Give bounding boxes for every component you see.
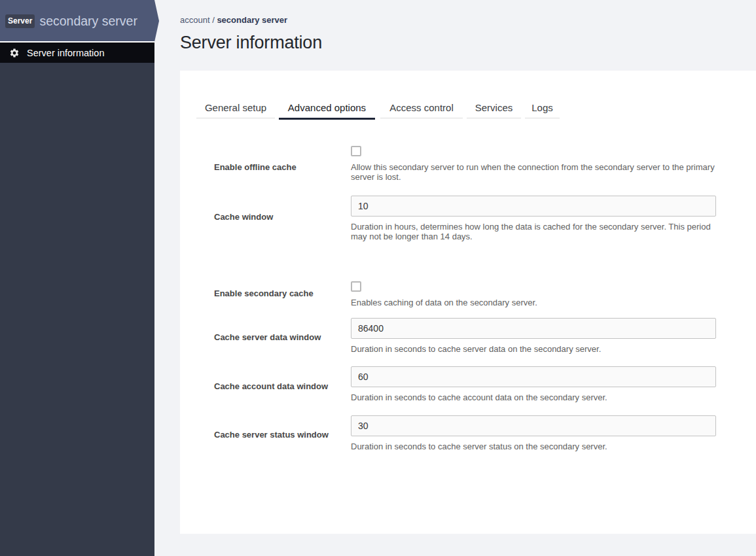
field-help-text: Duration in seconds to cache server stat… <box>351 442 716 451</box>
tab-access-control[interactable]: Access control <box>380 97 463 118</box>
form-row-enable-offline-cache: Enable offline cache Allow this secondar… <box>214 146 716 182</box>
sidebar-item-server-information[interactable]: Server information <box>0 43 154 63</box>
field-label: Cache account data window <box>214 381 328 391</box>
field-help-text: Allow this secondary server to run when … <box>351 162 716 182</box>
form-row-cache-account-data-window: Cache account data window Duration in se… <box>214 366 716 402</box>
gear-icon <box>9 48 20 58</box>
field-label: Cache server status window <box>214 430 329 440</box>
field-help-text: Duration in seconds to cache server data… <box>351 344 716 354</box>
breadcrumb-current: secondary server <box>217 15 287 25</box>
field-label: Cache window <box>214 212 273 222</box>
field-help-text: Enables caching of data on the secondary… <box>351 298 716 307</box>
server-name: secondary server <box>39 14 137 29</box>
tab-label: Logs <box>531 102 553 113</box>
checkbox-enable-secondary-cache[interactable] <box>351 281 361 292</box>
form-row-cache-server-data-window: Cache server data window Duration in sec… <box>214 318 716 354</box>
tab-label: General setup <box>205 102 266 113</box>
form-row-cache-server-status-window: Cache server status window Duration in s… <box>214 415 716 451</box>
input-cache-server-status-window[interactable] <box>351 415 716 436</box>
server-badge: Server <box>5 14 35 28</box>
tab-general-setup[interactable]: General setup <box>196 97 275 118</box>
breadcrumb-account-link[interactable]: account <box>180 15 210 25</box>
form-row-cache-window: Cache window Duration in hours, determin… <box>214 196 716 241</box>
field-label: Enable secondary cache <box>214 288 314 298</box>
sidebar: Server secondary server Server informati… <box>0 0 154 556</box>
field-help-text: Duration in seconds to cache account dat… <box>351 392 716 402</box>
tab-label: Access control <box>389 102 454 113</box>
page-title: Server information <box>180 33 322 53</box>
tab-services[interactable]: Services <box>467 97 521 118</box>
checkbox-enable-offline-cache[interactable] <box>351 146 361 156</box>
breadcrumb-separator: / <box>210 15 217 25</box>
sidebar-header: Server secondary server <box>0 0 159 42</box>
field-label: Enable offline cache <box>214 162 297 172</box>
breadcrumb: account / secondary server <box>180 15 287 25</box>
input-cache-account-data-window[interactable] <box>351 366 716 387</box>
main-content: account / secondary server Server inform… <box>154 0 756 556</box>
form-row-enable-secondary-cache: Enable secondary cache Enables caching o… <box>214 281 716 307</box>
field-help-text: Duration in hours, determines how long t… <box>351 222 716 241</box>
input-cache-window[interactable] <box>351 196 716 217</box>
tab-label: Services <box>475 102 513 113</box>
tab-bar: General setup Advanced options Access co… <box>196 97 560 118</box>
sidebar-nav: Server information <box>0 43 154 63</box>
field-label: Cache server data window <box>214 332 321 342</box>
tab-advanced-options[interactable]: Advanced options <box>279 97 375 118</box>
sidebar-item-label: Server information <box>27 48 104 58</box>
tab-label: Advanced options <box>288 102 366 113</box>
tab-logs[interactable]: Logs <box>525 97 560 118</box>
input-cache-server-data-window[interactable] <box>351 318 716 339</box>
